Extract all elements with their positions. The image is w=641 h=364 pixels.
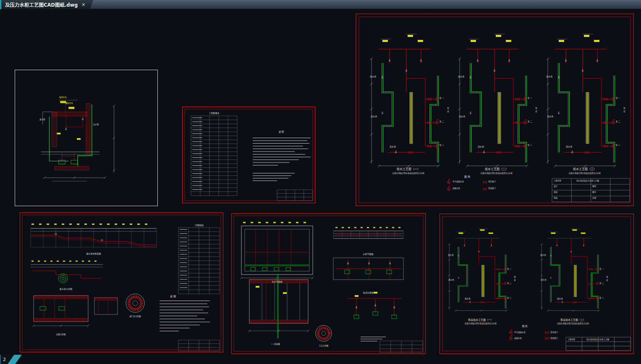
- document-tab-title: 及压力水柜工艺图CAD图纸.dwg: [5, 1, 78, 8]
- document-tab-bar: 及压力水柜工艺图CAD图纸.dwg ✕: [0, 0, 641, 9]
- titleblock-project-label: 工程名称: [568, 339, 575, 341]
- pump-house-label: 泵 房: [513, 276, 515, 281]
- drawing-caption: Ⅰ—Ⅰ剖面图: [272, 343, 280, 346]
- pump-label: 泵 一: [599, 268, 604, 270]
- pump-label: 泵 二: [599, 283, 604, 285]
- pump-label: 泵 三: [440, 144, 444, 147]
- layout-tab-corner: [8, 355, 21, 364]
- close-tab-icon[interactable]: ✕: [81, 2, 89, 8]
- legend-item: 常开阀门: [488, 181, 496, 183]
- tank-label: 清水池: [458, 76, 464, 78]
- diagram-subcaption: 自清水池吸水经水泵加压送至压力水柜: [481, 173, 513, 175]
- legend-item: 调速水泵: [453, 188, 460, 190]
- sheet-plan-details[interactable]: 泵房平面图 水柜平面图 管道布置图 Ⅰ—Ⅰ剖面图 节点大样图: [230, 212, 426, 355]
- pump-label: 泵 二: [528, 121, 532, 123]
- tank-detail-linework: [15, 70, 157, 206]
- tank-label: 清水池: [448, 279, 454, 281]
- pump-label: 泵 三: [616, 144, 620, 147]
- pump-house-label: 泵 房: [623, 107, 625, 113]
- diagram-subcaption: 自清水池吸水经水泵加压送至压力水柜: [392, 173, 425, 175]
- notes-title: 说 明: [279, 131, 284, 134]
- process-diagrams-linework: [355, 13, 635, 207]
- tank-label: 清水池: [540, 254, 546, 257]
- drawing-canvas[interactable]: 及压力水柜工艺图CAD图纸.dwg ✕: [0, 0, 641, 364]
- legend-item: 调速水泵: [514, 338, 522, 340]
- pipe-label: 进水管: [39, 119, 45, 121]
- pipeline-profile-linework: [19, 212, 224, 353]
- pipe-label: 出水管: [93, 124, 99, 126]
- legend-item: 常开阀门: [550, 332, 558, 334]
- legend-item: 常闭阀门: [550, 338, 558, 340]
- tank-label: 清水池: [566, 146, 572, 148]
- tank-label: 清水池: [557, 298, 563, 300]
- document-tab[interactable]: 及压力水柜工艺图CAD图纸.dwg ✕: [0, 0, 93, 9]
- pump-label: 泵 一: [440, 97, 444, 100]
- sheet-quantity-table[interactable]: 工程数量表 说 明: [181, 106, 316, 204]
- layout-tab[interactable]: 2: [0, 355, 18, 364]
- pump-house-label: 泵 房: [535, 107, 537, 113]
- pump-label: 泵 三: [507, 297, 511, 299]
- titleblock-project-name: 给水泵房及压力水柜工艺图: [576, 180, 599, 182]
- pump-label: 泵 一: [528, 97, 532, 100]
- sheet-tank-detail[interactable]: 溢流水位 最低水位 进水管 出水管: [15, 70, 158, 206]
- sheet-process-diagrams-2[interactable]: 清水池 清水池 清水池 泵 一 泵 二 泵 三 泵 房 泵房给水工艺图（一） 自…: [439, 213, 635, 355]
- titleblock-field: 设计: [554, 186, 557, 188]
- quantity-table-linework: [181, 106, 316, 204]
- pump-house-label: 泵 房: [447, 107, 449, 113]
- tank-label: 清水池: [546, 76, 552, 78]
- tank-label: 清水池: [459, 115, 465, 118]
- drawing-caption: 阀门井大样图: [130, 316, 141, 318]
- titleblock-field: 校核: [554, 191, 557, 194]
- pump-label: 泵 一: [616, 97, 620, 100]
- drawing-caption: 支墩大样图: [56, 334, 66, 336]
- tank-label: 清水池: [478, 146, 484, 148]
- pump-label: 泵 三: [528, 144, 532, 147]
- pump-label: 泵 三: [599, 297, 604, 299]
- tank-label: 清水池: [370, 76, 376, 78]
- diagram-subcaption: 自清水池吸水经水泵加压送至压力水柜: [557, 323, 589, 325]
- pump-label: 泵 二: [507, 283, 511, 285]
- sheet-process-diagrams[interactable]: 清水池 清水池 清水池 泵 一 泵 二 泵 三 泵 房 给水工艺图（一） 自清水…: [355, 13, 635, 207]
- drawing-caption: 管道布置图: [363, 292, 373, 294]
- diagram-subcaption: 自清水池吸水经水泵加压送至压力水柜: [569, 173, 601, 175]
- drawing-caption: 节点大样图: [319, 345, 329, 347]
- titleblock-project-label: 工程名称: [554, 180, 561, 182]
- tank-label: 清水池: [547, 115, 553, 118]
- pump-label: 泵 一: [507, 268, 511, 270]
- diagram-caption: 给水工艺图（二）: [485, 168, 508, 171]
- tank-label: 清水池: [390, 146, 396, 148]
- process-diagrams-2-linework: [439, 213, 635, 355]
- legend-item: 不可调速水泵: [453, 181, 464, 183]
- drawing-caption: 水柜平面图: [363, 253, 373, 255]
- drawing-caption: 集水井大样图: [60, 288, 72, 290]
- layout-tab-label: 2: [3, 357, 8, 362]
- sheet-pipeline-profile[interactable]: 工程数量表 说 明 输水管纵断面图 集水井大样图 支墩大样图 阀门井大样图: [19, 212, 224, 353]
- plan-details-linework: [230, 212, 426, 355]
- pump-house-label: 泵 房: [606, 276, 608, 281]
- tank-label: 清水池: [448, 254, 454, 257]
- diagram-subcaption: 自清水池吸水经水泵加压送至压力水柜: [465, 323, 497, 325]
- titleblock-field: 比例: [592, 197, 596, 199]
- legend-item: 不可调速水泵: [514, 332, 526, 334]
- diagram-caption: 给水工艺图（一）: [397, 168, 420, 171]
- drawing-caption: 输水管纵断面图: [86, 253, 101, 255]
- legend-title: 图 例: [522, 325, 528, 328]
- titleblock-field: 图号: [592, 191, 596, 194]
- titleblock-project-name: 给水泵房及压力水柜工艺图: [586, 339, 609, 341]
- table-title: 工程数量表: [209, 112, 219, 114]
- pump-label: 泵 二: [616, 121, 620, 123]
- level-label: 溢流水位: [59, 97, 67, 99]
- level-label: 最低水位: [65, 102, 73, 105]
- diagram-caption: 泵房给水工艺图（二）: [560, 319, 586, 321]
- legend-title: 图 例: [464, 175, 470, 178]
- tank-label: 清水池: [371, 115, 377, 118]
- table-title: 工程数量表: [194, 225, 204, 227]
- diagram-caption: 泵房给水工艺图（一）: [468, 319, 493, 321]
- titleblock-field: 图别: [592, 186, 596, 188]
- pump-label: 泵 二: [440, 121, 444, 123]
- tank-label: 清水池: [541, 279, 547, 281]
- legend-item: 常闭阀门: [488, 188, 496, 190]
- titleblock-field: 审核: [554, 197, 557, 199]
- tank-label: 清水池: [465, 298, 471, 300]
- diagram-caption: 给水工艺图（三）: [573, 168, 597, 171]
